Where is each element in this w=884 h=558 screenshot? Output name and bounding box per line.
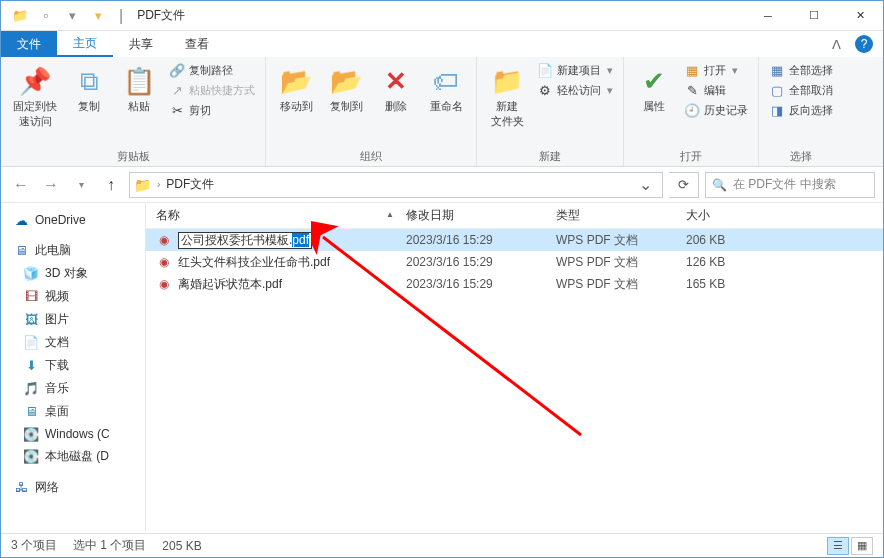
- close-button[interactable]: ✕: [837, 1, 883, 31]
- view-toggles: ☰ ▦: [827, 537, 873, 555]
- new-folder-button[interactable]: 📁 新建 文件夹: [485, 61, 529, 131]
- copy-to-button[interactable]: 📂 复制到: [324, 61, 368, 116]
- tab-share[interactable]: 共享: [113, 31, 169, 57]
- status-count: 3 个项目: [11, 537, 57, 554]
- doc-icon: 📄: [23, 335, 39, 351]
- copy-path-button[interactable]: 🔗复制路径: [167, 61, 257, 79]
- file-row[interactable]: ◉ 公司授权委托书模板.pdf 2023/3/16 15:29 WPS PDF …: [146, 229, 883, 251]
- folder-icon: 📁: [9, 5, 31, 27]
- sidebar-item-downloads[interactable]: ⬇下载: [1, 354, 145, 377]
- sidebar-item-thispc[interactable]: 🖥此电脑: [1, 239, 145, 262]
- newfolder-label1: 新建: [496, 99, 518, 114]
- paste-icon: 📋: [123, 63, 155, 99]
- tab-view[interactable]: 查看: [169, 31, 225, 57]
- edit-icon: ✎: [684, 82, 700, 98]
- file-name-cell: ◉ 离婚起诉状范本.pdf: [146, 276, 406, 293]
- sidebar-item-videos[interactable]: 🎞视频: [1, 285, 145, 308]
- paste-shortcut-button[interactable]: ↗粘贴快捷方式: [167, 81, 257, 99]
- delete-label: 删除: [385, 99, 407, 114]
- nav-forward-button[interactable]: →: [39, 173, 63, 197]
- search-placeholder: 在 PDF文件 中搜索: [733, 176, 836, 193]
- minimize-button[interactable]: ─: [745, 1, 791, 31]
- select-all-button[interactable]: ▦全部选择: [767, 61, 835, 79]
- file-name-cell: ◉ 红头文件科技企业任命书.pdf: [146, 254, 406, 271]
- pc-icon: 🖥: [13, 243, 29, 259]
- sidebar-item-documents[interactable]: 📄文档: [1, 331, 145, 354]
- sidebar-item-localdisk[interactable]: 💽本地磁盘 (D: [1, 445, 145, 468]
- sidebar-item-3dobjects[interactable]: 🧊3D 对象: [1, 262, 145, 285]
- file-date: 2023/3/16 15:29: [406, 233, 556, 247]
- nav-back-button[interactable]: ←: [9, 173, 33, 197]
- file-name: 红头文件科技企业任命书.pdf: [178, 254, 330, 271]
- rename-label: 重命名: [430, 99, 463, 114]
- edit-button[interactable]: ✎编辑: [682, 81, 750, 99]
- nav-recent-dropdown[interactable]: ▾: [69, 173, 93, 197]
- group-new-label: 新建: [485, 147, 615, 164]
- titlebar: 📁 ▫ ▾ ▾ | PDF文件 ─ ☐ ✕: [1, 1, 883, 31]
- cut-button[interactable]: ✂剪切: [167, 101, 257, 119]
- delete-icon: ✕: [385, 63, 407, 99]
- new-item-button[interactable]: 📄新建项目▾: [535, 61, 615, 79]
- pin-label1: 固定到快: [13, 99, 57, 114]
- crumb-sep-icon[interactable]: ›: [157, 179, 160, 190]
- copy-label: 复制: [78, 99, 100, 114]
- group-organize-label: 组织: [274, 147, 468, 164]
- new-small-buttons: 📄新建项目▾ ⚙轻松访问▾: [535, 61, 615, 99]
- open-button[interactable]: ▦打开▾: [682, 61, 750, 79]
- file-type: WPS PDF 文档: [556, 232, 686, 249]
- file-row[interactable]: ◉ 离婚起诉状范本.pdf 2023/3/16 15:29 WPS PDF 文档…: [146, 273, 883, 295]
- status-bar: 3 个项目 选中 1 个项目 205 KB ☰ ▦: [1, 533, 883, 557]
- sidebar-item-desktop[interactable]: 🖥桌面: [1, 400, 145, 423]
- nav-up-button[interactable]: ↑: [99, 173, 123, 197]
- pin-quick-access-button[interactable]: 📌 固定到快 速访问: [9, 61, 61, 131]
- properties-button[interactable]: ✔ 属性: [632, 61, 676, 116]
- invert-selection-button[interactable]: ◨反向选择: [767, 101, 835, 119]
- select-none-button[interactable]: ▢全部取消: [767, 81, 835, 99]
- copy-button[interactable]: ⧉ 复制: [67, 61, 111, 116]
- sidebar-item-pictures[interactable]: 🖼图片: [1, 308, 145, 331]
- paste-button[interactable]: 📋 粘贴: [117, 61, 161, 116]
- rename-button[interactable]: 🏷 重命名: [424, 61, 468, 116]
- details-view-button[interactable]: ☰: [827, 537, 849, 555]
- file-size: 126 KB: [686, 255, 766, 269]
- sidebar-item-onedrive[interactable]: ☁OneDrive: [1, 209, 145, 231]
- refresh-button[interactable]: ⟳: [669, 172, 699, 198]
- copyto-icon: 📂: [330, 63, 362, 99]
- ribbon-group-new: 📁 新建 文件夹 📄新建项目▾ ⚙轻松访问▾ 新建: [477, 57, 624, 166]
- tab-file[interactable]: 文件: [1, 31, 57, 57]
- col-type[interactable]: 类型: [556, 207, 686, 224]
- easy-access-button[interactable]: ⚙轻松访问▾: [535, 81, 615, 99]
- col-name[interactable]: 名称▲: [146, 207, 406, 224]
- col-date[interactable]: 修改日期: [406, 207, 556, 224]
- history-icon: 🕘: [684, 102, 700, 118]
- rename-icon: 🏷: [433, 63, 459, 99]
- qat-button[interactable]: ▫: [35, 5, 57, 27]
- thumbnails-view-button[interactable]: ▦: [851, 537, 873, 555]
- breadcrumb[interactable]: PDF文件: [166, 176, 214, 193]
- main-area: ☁OneDrive 🖥此电脑 🧊3D 对象 🎞视频 🖼图片 📄文档 ⬇下载 🎵音…: [1, 203, 883, 531]
- file-row[interactable]: ◉ 红头文件科技企业任命书.pdf 2023/3/16 15:29 WPS PD…: [146, 251, 883, 273]
- address-dropdown-icon[interactable]: ⌄: [633, 175, 658, 194]
- tab-home[interactable]: 主页: [57, 31, 113, 57]
- maximize-button[interactable]: ☐: [791, 1, 837, 31]
- sidebar-item-network[interactable]: 🖧网络: [1, 476, 145, 499]
- col-size[interactable]: 大小: [686, 207, 766, 224]
- sidebar-item-music[interactable]: 🎵音乐: [1, 377, 145, 400]
- collapse-ribbon-icon[interactable]: ᐱ: [827, 35, 845, 53]
- new-item-icon: 📄: [537, 62, 553, 78]
- ribbon-tabs: 文件 主页 共享 查看 ᐱ ?: [1, 31, 883, 57]
- address-bar[interactable]: 📁 › PDF文件 ⌄: [129, 172, 663, 198]
- help-icon[interactable]: ?: [855, 35, 873, 53]
- picture-icon: 🖼: [23, 312, 39, 328]
- delete-button[interactable]: ✕ 删除: [374, 61, 418, 116]
- move-to-button[interactable]: 📂 移动到: [274, 61, 318, 116]
- sidebar-item-windows-drive[interactable]: 💽Windows (C: [1, 423, 145, 445]
- file-date: 2023/3/16 15:29: [406, 255, 556, 269]
- move-icon: 📂: [280, 63, 312, 99]
- qat-dropdown[interactable]: ▾: [87, 5, 109, 27]
- search-input[interactable]: 🔍 在 PDF文件 中搜索: [705, 172, 875, 198]
- qat-button[interactable]: ▾: [61, 5, 83, 27]
- history-button[interactable]: 🕘历史记录: [682, 101, 750, 119]
- properties-label: 属性: [643, 99, 665, 114]
- rename-input[interactable]: 公司授权委托书模板.pdf: [178, 232, 312, 249]
